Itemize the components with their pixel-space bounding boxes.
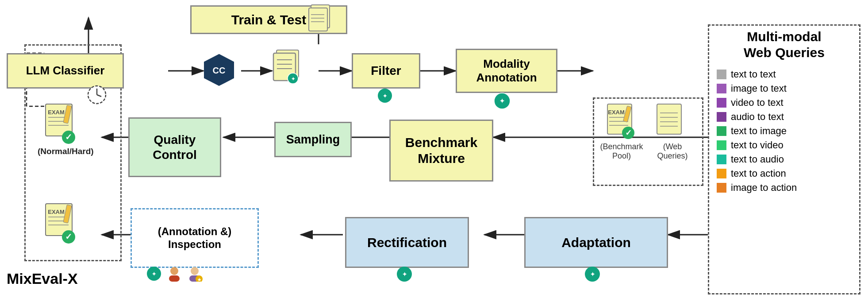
web-queries-label: (Web Queries): [648, 142, 697, 161]
legend-text-to-image: text to image: [717, 125, 854, 137]
legend-text-to-audio: text to audio: [717, 154, 854, 165]
filter-label: Filter: [371, 63, 401, 78]
annotation-inspection-label: (Annotation &) Inspection: [158, 225, 232, 251]
adaptation-box: Adaptation: [524, 217, 668, 268]
legend-video-to-text: video to text: [717, 97, 854, 108]
svg-text:✓: ✓: [65, 232, 72, 241]
svg-text:✓: ✓: [65, 132, 72, 142]
llm-classifier-box: LLM Classifier: [7, 53, 124, 89]
llm-classifier-label: LLM Classifier: [26, 64, 105, 77]
rectification-box: Rectification: [345, 217, 469, 268]
adaptation-label: Adaptation: [561, 235, 631, 251]
svg-point-60: [191, 267, 199, 275]
legend-title: Multi-modalWeb Queries: [712, 29, 856, 61]
benchmark-pool-label: (Benchmark Pool): [599, 142, 644, 161]
legend-text-to-text: text to text: [717, 69, 854, 80]
legend-image-to-text: image to text: [717, 83, 854, 94]
gpt-icon-modality: ✦: [493, 92, 511, 112]
svg-point-58: [170, 267, 178, 275]
svg-text:✦: ✦: [291, 76, 295, 81]
svg-text:✦: ✦: [152, 271, 156, 277]
svg-text:EXAM: EXAM: [48, 209, 65, 215]
sampling-label: Sampling: [286, 132, 340, 147]
benchmark-mixture-label: Benchmark Mixture: [405, 135, 477, 166]
quality-control-box: Quality Control: [128, 117, 221, 177]
normal-hard-label: (Normal/Hard): [38, 147, 94, 156]
svg-rect-40: [657, 104, 681, 134]
cc-icon: CC: [201, 52, 237, 88]
svg-rect-79: [309, 8, 327, 31]
legend-text-to-action: text to action: [717, 168, 854, 179]
gpt-icon-filter: ✦: [377, 88, 393, 105]
svg-text:EXAM: EXAM: [608, 109, 625, 116]
svg-text:CC: CC: [213, 66, 226, 75]
diagram: Train & Test LLM Classifier CC ✦ Filter: [0, 0, 868, 302]
annotation-inspection-box: (Annotation &) Inspection: [131, 208, 259, 268]
mixeval-x-icon: EXAM ✓: [38, 201, 86, 245]
svg-rect-59: [169, 275, 180, 282]
sampling-box: Sampling: [274, 122, 352, 157]
svg-text:✦: ✦: [499, 97, 505, 105]
svg-text:EXAM: EXAM: [48, 109, 65, 116]
filter-box: Filter: [352, 53, 420, 89]
clock-icon: [86, 84, 108, 107]
legend-text-to-video: text to video: [717, 139, 854, 151]
docs-icon-top: [307, 4, 336, 36]
docs-icon-1: ✦: [270, 46, 305, 86]
benchmark-pool-icon: EXAM ✓ (Benchmark Pool): [599, 102, 644, 161]
svg-text:★: ★: [197, 277, 202, 282]
svg-text:✦: ✦: [590, 271, 595, 278]
mixeval-x-label: MixEval-X: [7, 270, 78, 287]
svg-text:✓: ✓: [625, 128, 632, 137]
legend-audio-to-text: audio to text: [717, 111, 854, 123]
gpt-icon-rectification: ✦: [396, 266, 413, 284]
gpt-icon-adaptation: ✦: [584, 266, 601, 284]
rectification-label: Rectification: [367, 235, 447, 251]
train-test-label: Train & Test: [231, 12, 306, 28]
annotation-icons: ✦ ★: [146, 266, 203, 282]
benchmark-mixture-box: Benchmark Mixture: [389, 120, 493, 182]
quality-control-label: Quality Control: [153, 132, 197, 162]
web-queries-icon: (Web Queries): [648, 102, 697, 161]
modality-annotation-box: Modality Annotation: [456, 49, 557, 93]
legend-items: text to text image to text video to text…: [717, 69, 854, 196]
svg-text:✦: ✦: [402, 271, 407, 278]
legend-image-to-action: image to action: [717, 182, 854, 194]
modality-annotation-label: Modality Annotation: [476, 57, 537, 85]
svg-text:✦: ✦: [383, 93, 387, 99]
exam-normal-hard-icon: EXAM ✓ (Normal/Hard): [38, 102, 86, 146]
